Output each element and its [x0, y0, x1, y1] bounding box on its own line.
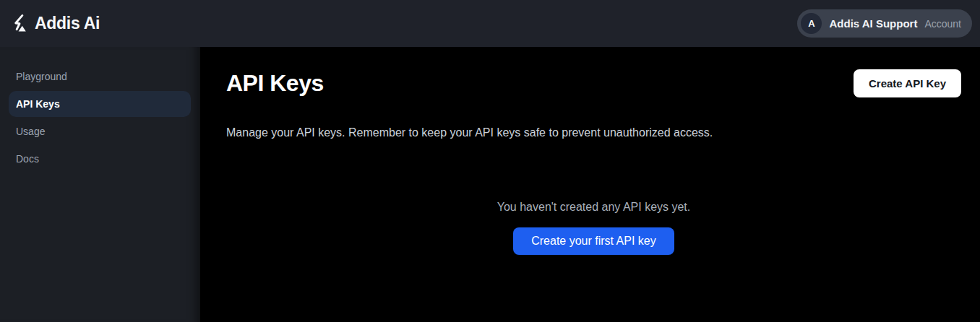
page-description: Manage your API keys. Remember to keep y… — [226, 126, 961, 139]
bolt-triangle-logo-icon — [10, 14, 30, 33]
main-content: API Keys Create API Key Manage your API … — [200, 47, 980, 322]
account-menu-button[interactable]: A Addis AI Support Account — [797, 9, 972, 38]
empty-state: You haven't created any API keys yet. Cr… — [226, 201, 961, 255]
avatar: A — [801, 13, 822, 34]
top-header: Addis Ai A Addis AI Support Account — [0, 0, 980, 47]
account-name: Addis AI Support — [829, 17, 917, 30]
sidebar: Playground API Keys Usage Docs — [0, 47, 200, 322]
sidebar-item-usage[interactable]: Usage — [9, 118, 191, 144]
sidebar-item-api-keys[interactable]: API Keys — [9, 91, 191, 117]
brand-name: Addis Ai — [35, 14, 100, 33]
create-api-key-button[interactable]: Create API Key — [854, 69, 961, 97]
sidebar-item-docs[interactable]: Docs — [9, 146, 191, 172]
brand[interactable]: Addis Ai — [10, 14, 100, 33]
app-window: Addis Ai A Addis AI Support Account Play… — [0, 0, 980, 322]
sidebar-item-playground[interactable]: Playground — [9, 64, 191, 90]
account-role-label: Account — [924, 18, 961, 30]
create-first-api-key-button[interactable]: Create your first API key — [513, 227, 674, 255]
empty-state-message: You haven't created any API keys yet. — [226, 201, 961, 214]
page-title: API Keys — [226, 69, 324, 97]
